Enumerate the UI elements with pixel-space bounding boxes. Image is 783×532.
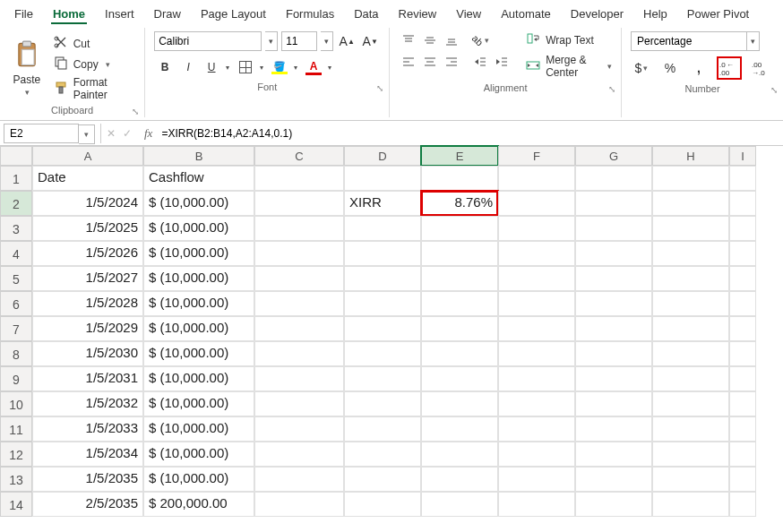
cell[interactable] — [729, 416, 756, 442]
row-header[interactable]: 14 — [0, 492, 32, 517]
cell[interactable] — [498, 191, 575, 216]
cell[interactable] — [498, 416, 575, 442]
number-format-dropdown[interactable]: ▾ — [747, 31, 760, 51]
cell[interactable] — [421, 166, 498, 191]
format-painter-button[interactable]: Format Painter — [54, 76, 135, 101]
paste-button[interactable]: Paste ▾ — [9, 37, 45, 97]
menu-draw[interactable]: Draw — [152, 5, 183, 24]
cell[interactable] — [652, 416, 729, 442]
cell[interactable]: 1/5/2029 — [32, 316, 143, 341]
cell[interactable] — [729, 166, 756, 191]
cell[interactable]: 1/5/2032 — [32, 391, 143, 416]
row-header[interactable]: 11 — [0, 416, 32, 442]
cell[interactable] — [421, 366, 498, 391]
align-left-button[interactable] — [399, 53, 418, 71]
cell[interactable]: $ (10,000.00) — [143, 341, 254, 366]
dialog-launcher-icon[interactable]: ⤡ — [770, 85, 778, 95]
cell[interactable] — [344, 366, 421, 391]
align-center-button[interactable] — [420, 53, 440, 71]
cell[interactable] — [421, 216, 498, 241]
cell[interactable] — [575, 442, 652, 467]
cell[interactable] — [254, 291, 344, 316]
menu-home[interactable]: Home — [51, 5, 87, 24]
dialog-launcher-icon[interactable]: ⤡ — [608, 84, 615, 94]
cell[interactable]: $ (10,000.00) — [143, 366, 254, 391]
cell[interactable] — [344, 391, 421, 416]
cell[interactable]: 1/5/2027 — [32, 266, 143, 291]
cell[interactable]: Cashflow — [143, 166, 254, 191]
cell[interactable] — [652, 191, 729, 216]
cell[interactable] — [575, 316, 652, 341]
cell[interactable] — [344, 467, 421, 492]
comma-format-button[interactable]: , — [688, 58, 710, 78]
cell[interactable] — [498, 241, 575, 266]
cell[interactable] — [344, 291, 421, 316]
row-header[interactable]: 13 — [0, 467, 32, 492]
cell[interactable] — [254, 391, 344, 416]
cell[interactable] — [729, 191, 756, 216]
cell[interactable] — [729, 291, 756, 316]
cell[interactable] — [652, 291, 729, 316]
cell[interactable] — [575, 166, 652, 191]
col-header-a[interactable]: A — [32, 146, 143, 166]
dialog-launcher-icon[interactable]: ⤡ — [376, 83, 383, 93]
select-all-corner[interactable] — [0, 146, 32, 166]
name-box-dropdown[interactable]: ▾ — [79, 124, 95, 144]
cell[interactable] — [652, 492, 729, 517]
cell[interactable] — [421, 241, 498, 266]
cell[interactable] — [652, 316, 729, 341]
cell[interactable] — [729, 216, 756, 241]
borders-button[interactable]: ▾ — [235, 56, 256, 78]
cell[interactable]: $ (10,000.00) — [143, 216, 254, 241]
cell[interactable] — [575, 391, 652, 416]
enter-formula-button[interactable]: ✓ — [123, 127, 139, 140]
row-header[interactable]: 6 — [0, 291, 32, 316]
cell[interactable] — [498, 366, 575, 391]
cell[interactable] — [344, 316, 421, 341]
cell[interactable] — [421, 492, 498, 517]
cell[interactable] — [575, 291, 652, 316]
col-header-b[interactable]: B — [143, 146, 254, 166]
dialog-launcher-icon[interactable]: ⤡ — [132, 107, 139, 116]
row-header[interactable]: 1 — [0, 166, 32, 191]
align-top-button[interactable] — [399, 31, 418, 49]
fx-icon[interactable]: fx — [144, 126, 152, 141]
cell[interactable]: $ (10,000.00) — [143, 467, 254, 492]
font-color-button[interactable]: A▾ — [303, 56, 324, 78]
font-size-dropdown[interactable]: ▾ — [321, 31, 333, 51]
cell[interactable] — [575, 341, 652, 366]
cell[interactable]: 2/5/2035 — [32, 492, 143, 517]
cell[interactable] — [344, 216, 421, 241]
font-name-input[interactable] — [154, 31, 262, 51]
cell[interactable] — [498, 166, 575, 191]
cell[interactable] — [729, 492, 756, 517]
cell[interactable] — [575, 216, 652, 241]
underline-button[interactable]: U▾ — [201, 56, 222, 78]
italic-button[interactable]: I — [177, 56, 199, 78]
row-header[interactable]: 2 — [0, 191, 32, 216]
cell[interactable]: $ (10,000.00) — [143, 316, 254, 341]
cell[interactable] — [421, 442, 498, 467]
cell[interactable] — [498, 316, 575, 341]
cell[interactable] — [254, 266, 344, 291]
cell[interactable] — [575, 266, 652, 291]
cell[interactable] — [729, 366, 756, 391]
menu-insert[interactable]: Insert — [103, 5, 136, 24]
cell[interactable] — [254, 166, 344, 191]
cell[interactable]: 1/5/2025 — [32, 216, 143, 241]
fill-color-button[interactable]: 🪣▾ — [269, 56, 290, 78]
cell[interactable] — [729, 241, 756, 266]
col-header-c[interactable]: C — [254, 146, 344, 166]
cell[interactable] — [652, 467, 729, 492]
col-header-d[interactable]: D — [344, 146, 421, 166]
cell[interactable]: $ (10,000.00) — [143, 442, 254, 467]
cell[interactable] — [254, 366, 344, 391]
cell[interactable] — [575, 416, 652, 442]
cancel-formula-button[interactable]: ✕ — [107, 127, 123, 140]
cell[interactable]: 1/5/2033 — [32, 416, 143, 442]
cell[interactable] — [652, 366, 729, 391]
formula-input[interactable] — [158, 125, 783, 142]
increase-decimal-button[interactable]: .0←.00 — [717, 56, 742, 80]
cell[interactable] — [729, 467, 756, 492]
font-size-input[interactable] — [281, 31, 317, 51]
